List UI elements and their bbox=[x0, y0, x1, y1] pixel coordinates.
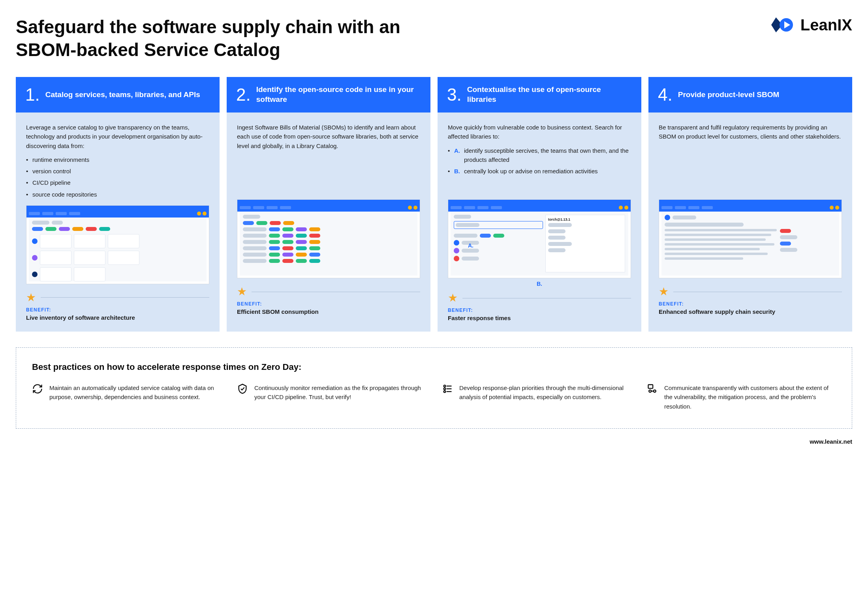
side-panel-title: torch@1.13.1 bbox=[548, 218, 622, 221]
card-4-benefit: ★ BENEFIT: Enhanced software supply chai… bbox=[659, 286, 842, 315]
annotation-a: A. bbox=[468, 242, 473, 249]
card-3-screenshot-wrap: torch@1.13.1 A. B. bbox=[448, 199, 631, 278]
card-3-body: Move quickly from vulnerable code to bus… bbox=[438, 112, 641, 199]
best-item-text: Continuously monitor remediation as the … bbox=[254, 383, 426, 411]
card-1-num: 1. bbox=[25, 86, 40, 103]
star-icon: ★ bbox=[237, 286, 247, 297]
svg-rect-7 bbox=[648, 385, 653, 388]
benefit-label: BENEFIT: bbox=[659, 301, 842, 307]
benefit-text: Live inventory of software architecture bbox=[26, 314, 209, 321]
card-2-title: Identify the open-source code in use in … bbox=[256, 85, 421, 104]
logo: LeanIX bbox=[770, 16, 852, 34]
svg-point-9 bbox=[654, 390, 656, 392]
card-4-head: 4. Provide product-level SBOM bbox=[648, 77, 852, 112]
card-2: 2. Identify the open-source code in use … bbox=[227, 77, 430, 332]
card-1-intro: Leverage a service catalog to give trans… bbox=[26, 123, 209, 150]
header: Safeguard the software supply chain with… bbox=[16, 16, 852, 61]
card-4-intro: Be transparent and fulfil regulatory req… bbox=[659, 123, 842, 141]
list-item: B.centrally look up or advise on remedia… bbox=[448, 167, 631, 176]
list-item: A.identify susceptible sercives, the tea… bbox=[448, 146, 631, 165]
card-4-title: Provide product-level SBOM bbox=[678, 90, 780, 100]
benefit-text: Faster response times bbox=[448, 315, 631, 321]
benefit-label: BENEFIT: bbox=[26, 307, 209, 313]
card-1-head: 1. Catalog services, teams, libraries, a… bbox=[16, 77, 220, 112]
leanix-logo-icon bbox=[770, 16, 795, 34]
best-title: Best practices on how to accelerate resp… bbox=[32, 362, 836, 372]
best-item-4: Communicate transparently with customers… bbox=[647, 383, 836, 411]
shield-check-icon bbox=[237, 383, 248, 394]
card-1-body: Leverage a service catalog to give trans… bbox=[16, 112, 220, 205]
list-item: CI/CD pipeline bbox=[26, 178, 209, 187]
benefit-label: BENEFIT: bbox=[448, 308, 631, 313]
card-4: 4. Provide product-level SBOM Be transpa… bbox=[648, 77, 852, 332]
svg-point-3 bbox=[444, 388, 446, 390]
svg-point-1 bbox=[444, 385, 446, 387]
page-title: Safeguard the software supply chain with… bbox=[16, 16, 450, 61]
best-item-2: Continuously monitor remediation as the … bbox=[237, 383, 426, 411]
best-item-text: Maintain an automatically updated servic… bbox=[49, 383, 221, 411]
star-icon: ★ bbox=[448, 292, 458, 304]
best-item-1: Maintain an automatically updated servic… bbox=[32, 383, 221, 411]
card-4-num: 4. bbox=[658, 86, 673, 103]
card-1-benefit: ★ BENEFIT: Live inventory of software ar… bbox=[26, 292, 209, 321]
card-1-bullets: runtime environments version control CI/… bbox=[26, 155, 209, 199]
star-icon: ★ bbox=[659, 286, 669, 297]
card-3-intro: Move quickly from vulnerable code to bus… bbox=[448, 123, 631, 141]
refresh-icon bbox=[32, 383, 43, 394]
list-item: runtime environments bbox=[26, 155, 209, 164]
star-icon: ★ bbox=[26, 292, 36, 303]
card-2-benefit: ★ BENEFIT: Efficient SBOM consumption bbox=[237, 286, 420, 315]
card-2-head: 2. Identify the open-source code in use … bbox=[227, 77, 430, 112]
card-3-benefit: ★ BENEFIT: Faster response times bbox=[448, 292, 631, 321]
svg-point-5 bbox=[444, 391, 446, 393]
card-2-body: Ingest Software Bills of Material (SBOMs… bbox=[227, 112, 430, 199]
footer-url: www.leanix.net bbox=[16, 438, 852, 445]
list-item: version control bbox=[26, 167, 209, 176]
communicate-icon bbox=[647, 383, 658, 394]
sliders-icon bbox=[442, 383, 453, 394]
svg-point-8 bbox=[649, 390, 651, 392]
card-2-num: 2. bbox=[236, 86, 251, 103]
card-3-num: 3. bbox=[447, 86, 462, 103]
card-2-intro: Ingest Software Bills of Material (SBOMs… bbox=[237, 123, 420, 150]
card-1: 1. Catalog services, teams, libraries, a… bbox=[16, 77, 220, 332]
best-practices: Best practices on how to accelerate resp… bbox=[16, 347, 852, 429]
card-4-screenshot bbox=[659, 199, 842, 278]
card-3-ordered: A.identify susceptible sercives, the tea… bbox=[448, 146, 631, 176]
benefit-text: Enhanced software supply chain security bbox=[659, 308, 842, 315]
list-item: source code repositories bbox=[26, 190, 209, 199]
annotation-b: B. bbox=[537, 281, 542, 287]
cards-row: 1. Catalog services, teams, libraries, a… bbox=[16, 77, 852, 332]
card-1-title: Catalog services, teams, libraries, and … bbox=[45, 90, 200, 100]
best-item-text: Communicate transparently with customers… bbox=[664, 383, 836, 411]
best-item-text: Develop response-plan priorities through… bbox=[459, 383, 631, 411]
benefit-label: BENEFIT: bbox=[237, 301, 420, 307]
benefit-text: Efficient SBOM consumption bbox=[237, 308, 420, 315]
card-2-screenshot bbox=[237, 199, 420, 278]
best-item-3: Develop response-plan priorities through… bbox=[442, 383, 631, 411]
card-3-title: Contextualise the use of open-source lib… bbox=[467, 85, 632, 104]
card-3: 3. Contextualise the use of open-source … bbox=[438, 77, 641, 332]
card-1-screenshot bbox=[26, 205, 209, 284]
card-4-body: Be transparent and fulfil regulatory req… bbox=[648, 112, 852, 199]
logo-text: LeanIX bbox=[800, 16, 852, 34]
card-3-head: 3. Contextualise the use of open-source … bbox=[438, 77, 641, 112]
